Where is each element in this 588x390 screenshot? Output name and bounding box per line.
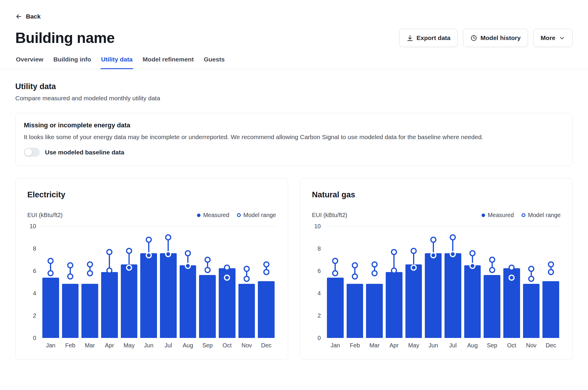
bar-group-dec xyxy=(256,226,276,338)
measured-bar xyxy=(62,284,79,338)
page-header: Back Building name Export data Model his… xyxy=(0,0,588,47)
clock-icon xyxy=(470,35,477,41)
model-range-marker xyxy=(146,237,152,243)
y-axis-unit-label: EUI (kBtu/ft2) xyxy=(27,212,63,219)
tab-building-info[interactable]: Building info xyxy=(53,56,91,69)
bar-group-aug xyxy=(178,226,198,338)
model-history-button[interactable]: Model history xyxy=(463,29,528,47)
model-range-marker xyxy=(185,250,191,256)
bar-group-nov xyxy=(237,226,257,338)
model-range-marker xyxy=(332,258,338,264)
legend-measured-label: Measured xyxy=(203,212,229,219)
model-range-marker xyxy=(244,276,250,282)
model-range-marker xyxy=(509,265,515,271)
chart-title: Electricity xyxy=(27,190,276,199)
legend-model-range-label: Model range xyxy=(243,212,276,219)
model-range-marker xyxy=(126,265,132,271)
measured-bar xyxy=(180,265,196,338)
chart-legend: Measured Model range xyxy=(197,212,276,219)
alert-title: Missing or incomplete energy data xyxy=(24,121,564,129)
model-range-marker xyxy=(391,267,397,274)
model-range-marker xyxy=(528,266,534,272)
x-tick-label: Dec xyxy=(541,342,561,349)
bar-group-mar xyxy=(365,226,384,338)
y-tick-label: 2 xyxy=(318,312,321,319)
measured-bar xyxy=(425,253,442,338)
x-tick-label: Jan xyxy=(325,342,345,349)
section-subtitle: Compare measured and modeled monthly uti… xyxy=(15,95,573,102)
measured-bar xyxy=(121,264,138,338)
y-axis-unit-label: EUI (kBtu/ft2) xyxy=(312,212,347,219)
model-range-marker xyxy=(332,270,338,276)
bar-group-jul xyxy=(158,226,178,338)
toggle-row: Use modeled baseline data xyxy=(24,148,564,157)
model-range-marker xyxy=(352,274,358,280)
y-tick-label: 8 xyxy=(318,245,321,252)
legend-item-model-range: Model range xyxy=(522,212,561,219)
measured-bar xyxy=(327,278,344,338)
x-axis: JanFebMarAprMayJunJulAugSepOctNovDec xyxy=(41,342,276,349)
bar-group-feb xyxy=(61,226,80,338)
bar-group-apr xyxy=(384,226,404,338)
y-tick-label: 0 xyxy=(318,335,321,341)
x-tick-label: Dec xyxy=(256,342,276,349)
electricity-chart-card: Electricity EUI (kBtu/ft2) Measured Mode… xyxy=(15,178,288,360)
measured-bar xyxy=(366,284,383,338)
measured-bar xyxy=(445,253,461,338)
tab-model-refinement[interactable]: Model refinement xyxy=(142,56,194,69)
more-button[interactable]: More xyxy=(533,29,573,47)
model-range-marker xyxy=(224,265,230,271)
bar-group-may xyxy=(119,226,139,338)
bar-group-sep xyxy=(482,226,502,338)
toggle-knob xyxy=(25,149,32,156)
model-range-marker xyxy=(470,263,476,269)
model-range-marker xyxy=(352,262,358,269)
model-range-marker xyxy=(146,252,152,259)
x-tick-label: Jan xyxy=(41,342,61,349)
toggle-label: Use modeled baseline data xyxy=(45,149,124,156)
model-range-marker xyxy=(185,263,191,269)
x-tick-label: Feb xyxy=(345,342,365,349)
tab-bar: OverviewBuilding infoUtility dataModel r… xyxy=(0,56,588,69)
back-button[interactable]: Back xyxy=(15,13,41,20)
export-data-button[interactable]: Export data xyxy=(399,29,458,47)
chart-legend: Measured Model range xyxy=(482,212,561,219)
x-tick-label: Jun xyxy=(423,342,443,349)
natural-gas-chart-card: Natural gas EUI (kBtu/ft2) Measured Mode… xyxy=(300,178,573,360)
bar-group-sep xyxy=(198,226,217,338)
x-tick-label: Jul xyxy=(443,342,463,349)
bar-group-jun xyxy=(423,226,443,338)
y-tick-label: 6 xyxy=(318,268,321,274)
section-title: Utility data xyxy=(15,82,573,91)
measured-bar xyxy=(523,284,540,338)
tab-overview[interactable]: Overview xyxy=(15,56,44,69)
use-modeled-baseline-toggle[interactable] xyxy=(24,148,40,157)
bar-group-apr xyxy=(100,226,119,338)
more-label: More xyxy=(541,34,555,41)
legend-measured-label: Measured xyxy=(488,212,514,219)
model-range-marker xyxy=(489,267,495,273)
x-tick-label: Aug xyxy=(463,342,482,349)
x-tick-label: Nov xyxy=(237,342,257,349)
chart-title: Natural gas xyxy=(312,190,561,199)
measured-bar xyxy=(140,253,157,338)
x-tick-label: Aug xyxy=(178,342,198,349)
model-range-marker xyxy=(528,276,534,282)
tab-utility-data[interactable]: Utility data xyxy=(101,56,133,69)
main-content: Utility data Compare measured and modele… xyxy=(0,82,588,370)
measured-bar xyxy=(405,264,422,338)
measured-bar xyxy=(542,281,559,338)
x-tick-label: May xyxy=(119,342,139,349)
model-range-marker xyxy=(204,257,211,263)
model-history-label: Model history xyxy=(480,34,521,41)
measured-bar xyxy=(101,272,118,338)
bar-group-jul xyxy=(443,226,463,338)
y-tick-label: 10 xyxy=(30,223,36,230)
model-range-marker xyxy=(48,270,54,276)
y-tick-label: 2 xyxy=(33,312,36,319)
bar-group-may xyxy=(404,226,424,338)
bar-group-jun xyxy=(139,226,158,338)
model-range-marker xyxy=(470,250,476,256)
y-tick-label: 8 xyxy=(33,245,36,252)
tab-guests[interactable]: Guests xyxy=(203,56,225,69)
